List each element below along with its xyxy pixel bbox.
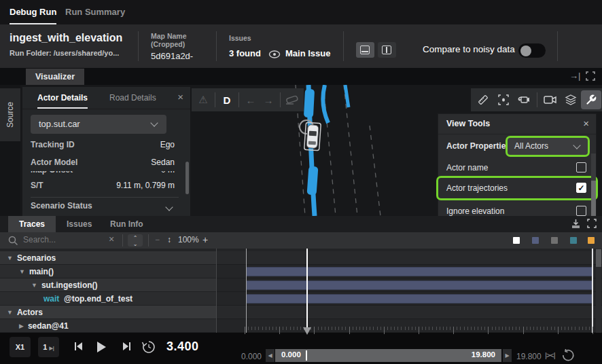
legend-swatch-slate[interactable]	[532, 237, 539, 244]
legend-swatch-gray[interactable]	[551, 237, 558, 244]
legend-swatch-white[interactable]	[513, 237, 520, 244]
tree-row-scenarios[interactable]: ▼Scenarios	[0, 251, 216, 265]
replay-icon[interactable]	[141, 340, 156, 354]
actor-properties-label: Actor Properties	[446, 141, 510, 151]
range-slider-track[interactable]: 0.000 19.800	[275, 349, 501, 362]
timeline-row[interactable]	[216, 265, 602, 278]
fit-range-icon[interactable]: |><|	[545, 351, 555, 359]
layout-vertical-button[interactable]	[378, 42, 396, 58]
option-row-actor-name[interactable]: Actor name	[438, 158, 596, 178]
fit-vertical-icon[interactable]: ↕	[167, 235, 171, 244]
actor-properties-dropdown[interactable]: All Actors	[508, 138, 588, 155]
scrollbar-track[interactable]	[591, 153, 596, 216]
clear-search-icon[interactable]: ×	[109, 234, 114, 244]
actor-properties-row: Actor Properties All Actors	[438, 134, 596, 158]
option-row-actor-trajectories[interactable]: Actor trajectories ✓	[438, 178, 596, 198]
layers-icon[interactable]	[561, 90, 581, 109]
checkbox-unchecked[interactable]	[576, 162, 586, 172]
close-icon[interactable]: ×	[177, 91, 183, 103]
timeline-scrollbar[interactable]	[596, 249, 601, 333]
eye-icon[interactable]	[268, 50, 281, 59]
tree-row-sedan[interactable]: ▶sedan@41	[0, 319, 216, 333]
triangle-down-icon[interactable]: ▼	[7, 251, 13, 265]
main-issue-link[interactable]: Main Issue	[285, 48, 330, 58]
drive-mode-button[interactable]: D	[218, 94, 236, 106]
triangle-down-icon[interactable]: ▼	[7, 306, 13, 319]
tab-traces[interactable]: Traces	[8, 216, 56, 232]
play-button[interactable]	[95, 341, 107, 353]
range-left-arrow[interactable]: ◀	[266, 349, 275, 362]
dock-right-icon[interactable]: →|	[569, 71, 580, 81]
warning-triangle-icon[interactable]: ⚠	[194, 94, 212, 106]
search-input[interactable]: Search...	[23, 235, 56, 244]
compare-noisy-toggle[interactable]	[518, 43, 546, 58]
step-button[interactable]: 1 ▶|	[38, 337, 59, 357]
skip-start-button[interactable]	[73, 341, 84, 352]
timeline-bar[interactable]	[246, 267, 592, 276]
reset-camera-icon[interactable]	[514, 90, 534, 109]
row-value: Ego	[160, 140, 175, 149]
toggle-knob	[520, 46, 531, 56]
zoom-in-button[interactable]: +	[202, 234, 208, 245]
playhead-marker[interactable]	[303, 327, 311, 335]
row-expand-button[interactable]: ⌃⌄	[128, 234, 143, 247]
ruler-icon[interactable]	[473, 90, 493, 109]
tab-source[interactable]: Source	[0, 88, 20, 141]
wrench-icon[interactable]	[581, 90, 601, 109]
timeline-row[interactable]	[216, 278, 602, 292]
timeline-row[interactable]	[216, 292, 602, 306]
next-arrow-icon[interactable]: →	[260, 94, 277, 106]
timeline-bar[interactable]	[246, 280, 592, 290]
tab-run-summary[interactable]: Run Summary	[65, 0, 125, 24]
tab-actor-details[interactable]: Actor Details	[37, 87, 88, 109]
scrollbar-thumb[interactable]	[591, 181, 596, 216]
tree-row-ingestion[interactable]: ▼sut.ingestion()	[0, 278, 216, 292]
top-tab-bar: Debug Run Run Summary	[0, 0, 602, 24]
tab-visualizer[interactable]: Visualizer	[26, 69, 84, 85]
layout-horizontal-button[interactable]	[356, 42, 374, 58]
tab-issues[interactable]: Issues	[56, 216, 103, 232]
download-icon[interactable]	[571, 219, 581, 229]
tree-row-main[interactable]: ▼main()	[0, 265, 216, 278]
timeline-row[interactable]	[216, 251, 602, 265]
range-right-arrow[interactable]: ▶	[503, 349, 512, 362]
option-row-ignore-elevation[interactable]: Ignore elevation	[438, 201, 596, 216]
view-tools-title: View Tools	[446, 119, 490, 128]
tree-row-wait[interactable]: wait @top.end_of_test	[0, 292, 216, 306]
zoom-out-button[interactable]: −	[155, 235, 160, 244]
tab-road-details[interactable]: Road Details	[109, 87, 156, 109]
close-icon[interactable]: ×	[583, 117, 589, 129]
panel-scrollbar[interactable]	[185, 162, 189, 194]
checkbox-checked[interactable]: ✓	[576, 183, 586, 193]
prev-arrow-icon[interactable]: ←	[242, 94, 260, 106]
reset-range-icon[interactable]	[561, 348, 575, 362]
tree-timeline-divider[interactable]	[216, 249, 217, 333]
expand-panel-icon[interactable]	[587, 219, 597, 228]
timeline-bar[interactable]	[246, 294, 592, 304]
tab-debug-run[interactable]: Debug Run	[10, 0, 56, 24]
tree-row-actors[interactable]: ▼Actors	[0, 306, 216, 319]
scrollbar-thumb[interactable]	[596, 249, 601, 267]
tab-run-info[interactable]: Run Info	[99, 216, 154, 232]
triangle-down-icon[interactable]: ▼	[19, 265, 25, 278]
actor-selector-dropdown[interactable]: top.sut.car	[31, 115, 166, 134]
skip-end-button[interactable]	[121, 341, 132, 352]
car-slope-icon[interactable]	[283, 93, 301, 107]
legend-swatch-teal[interactable]	[570, 237, 577, 244]
video-camera-icon[interactable]	[540, 90, 561, 109]
tree-label: sedan@41	[28, 321, 69, 331]
timeline-row[interactable]	[216, 306, 602, 319]
checkbox-unchecked[interactable]	[576, 206, 586, 216]
speed-button[interactable]: X1	[10, 337, 31, 357]
map-viewport[interactable]: ⚠ D ← →	[20, 85, 602, 216]
actor-properties-value: All Actors	[514, 141, 548, 151]
fullscreen-icon[interactable]	[586, 71, 595, 81]
triangle-right-icon[interactable]: ▶	[19, 319, 24, 333]
triangle-down-icon[interactable]: ▼	[31, 278, 37, 292]
playhead-line[interactable]	[306, 249, 308, 333]
legend-swatch-orange[interactable]	[588, 237, 595, 244]
timeline-end-line	[592, 249, 593, 333]
focus-target-icon[interactable]	[493, 90, 514, 109]
tree-label: Scenarios	[17, 253, 56, 263]
scenario-status-row[interactable]: Scenario Status	[31, 201, 175, 216]
